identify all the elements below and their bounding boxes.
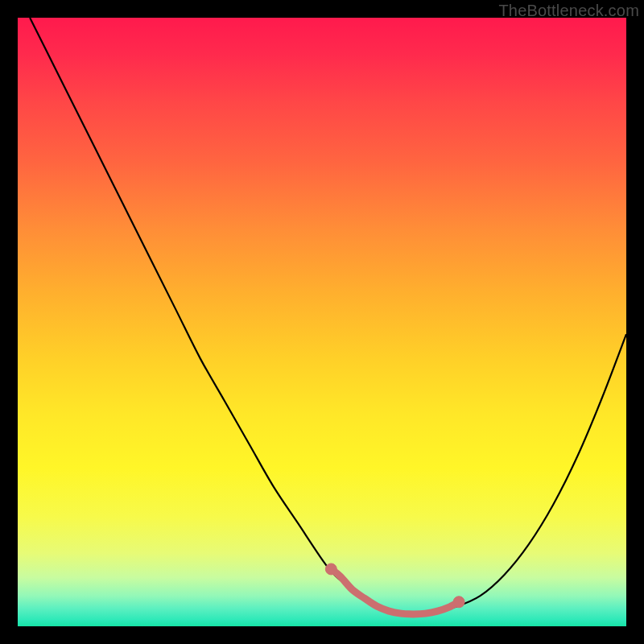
plot-area xyxy=(18,18,626,626)
gradient-background xyxy=(18,18,626,626)
chart-container: TheBottleneck.com xyxy=(0,0,644,644)
